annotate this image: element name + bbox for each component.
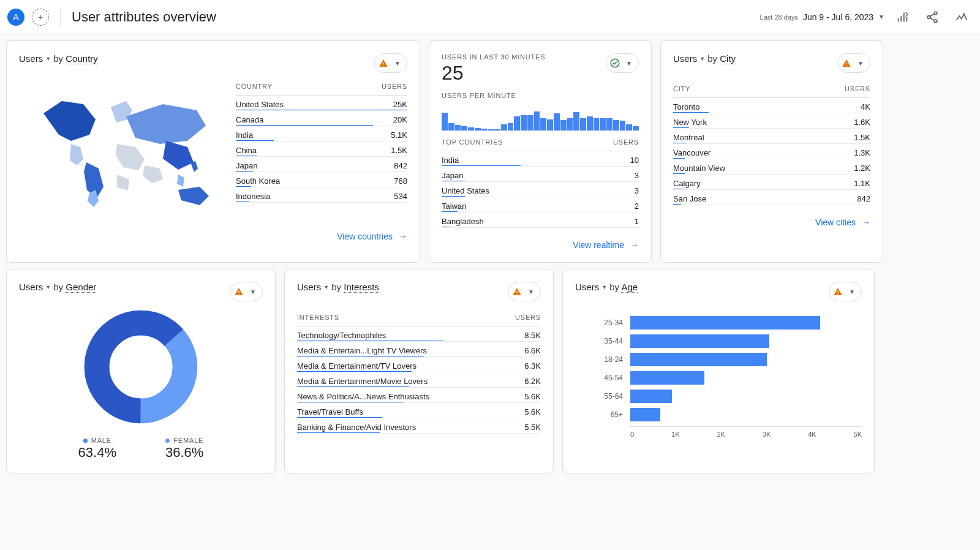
age-bar <box>630 371 704 385</box>
axis-tick: 2K <box>717 431 725 438</box>
warning-icon <box>832 285 844 298</box>
chevron-down-icon[interactable]: ▼ <box>246 288 260 295</box>
table-row: Vancouver1.3K <box>673 144 870 159</box>
chevron-down-icon: ▼ <box>45 56 51 62</box>
age-axis: 01K2K3K4K5K <box>630 426 862 438</box>
table-row: Canada20K <box>236 111 407 126</box>
realtime-label: USERS IN LAST 30 MINUTES <box>442 53 545 61</box>
metric-dropdown[interactable]: Users▼ <box>19 282 51 292</box>
header: A + User attributes overview Last 28 day… <box>0 0 980 34</box>
chevron-down-icon[interactable]: ▼ <box>524 288 538 295</box>
card-users-by-country: Users▼ by Country ▼ <box>6 40 420 263</box>
data-quality-chip[interactable]: ▼ <box>606 53 639 73</box>
legend-dot <box>165 439 170 443</box>
metric-dropdown[interactable]: Users▼ <box>19 53 51 64</box>
data-quality-chip[interactable]: ▼ <box>837 53 870 73</box>
dimension-label[interactable]: City <box>720 53 736 64</box>
table-row: New York1.6K <box>673 113 870 129</box>
col-header-value: USERS <box>382 83 407 90</box>
table-row: Taiwan2 <box>442 197 639 213</box>
avatar-letter[interactable]: A <box>7 9 24 26</box>
gender-male: MALE 63.4% <box>78 435 116 461</box>
row-label: San Jose <box>673 194 706 203</box>
view-countries-link[interactable]: View countries → <box>337 232 407 241</box>
axis-tick: 4K <box>808 431 816 438</box>
axis-tick: 0 <box>630 431 634 438</box>
row-value: 5.6K <box>524 407 541 416</box>
chevron-down-icon[interactable]: ▼ <box>391 60 404 67</box>
spark-bar <box>594 118 600 131</box>
users-per-minute-label: USERS PER MINUTE <box>442 92 639 99</box>
realtime-big-number: 25 <box>442 62 545 85</box>
legend-label: MALE <box>91 437 111 444</box>
metric-label: Users <box>575 282 599 292</box>
row-value: 25K <box>393 100 407 109</box>
by-text: by <box>609 282 619 292</box>
table-row: United States3 <box>442 182 639 197</box>
age-bar <box>630 353 767 366</box>
data-quality-chip[interactable]: ▼ <box>230 282 263 301</box>
spark-bar <box>481 129 488 130</box>
by-text: by <box>53 53 63 64</box>
view-cities-link[interactable]: View cities → <box>815 217 870 227</box>
chevron-down-icon[interactable]: ▼ <box>845 288 859 295</box>
row-value: 3 <box>635 186 639 195</box>
users-per-minute-sparkline <box>442 105 639 131</box>
dimension-label[interactable]: Gender <box>66 282 96 293</box>
table-row: Media & Entertainment/TV Lovers6.3K <box>297 357 541 372</box>
age-bar <box>630 334 769 348</box>
by-text: by <box>707 53 717 64</box>
spark-bar <box>488 129 494 130</box>
dimension-label[interactable]: Country <box>66 53 98 64</box>
add-button[interactable]: + <box>32 9 49 26</box>
date-range-picker[interactable]: Last 28 days Jun 9 - Jul 6, 2023 ▼ <box>760 12 884 22</box>
table-row: South Korea768 <box>236 172 407 187</box>
dimension-label[interactable]: Interests <box>344 282 379 293</box>
table-row: Mountain View1.2K <box>673 159 870 175</box>
row-label: Media & Entertainment/Movie Lovers <box>297 377 428 386</box>
col-header-value: USERS <box>613 138 639 146</box>
row-label: United States <box>442 186 489 195</box>
share-icon[interactable] <box>921 6 943 28</box>
row-label: India <box>442 156 459 165</box>
data-quality-chip[interactable]: ▼ <box>508 282 541 301</box>
table-row: Indonesia534 <box>236 187 407 203</box>
row-value: 2 <box>635 202 639 211</box>
age-bar <box>630 390 672 403</box>
table-row: Calgary1.1K <box>673 175 870 190</box>
warning-icon <box>233 285 245 298</box>
arrow-right-icon: → <box>399 232 407 241</box>
row-value: 20K <box>393 115 407 124</box>
row-label: Japan <box>236 161 257 170</box>
chevron-down-icon[interactable]: ▼ <box>854 60 867 67</box>
spark-bar <box>540 118 546 131</box>
insights-icon[interactable] <box>951 6 973 28</box>
warning-icon <box>377 57 390 69</box>
col-header-dimension: INTERESTS <box>297 314 339 321</box>
chevron-down-icon[interactable]: ▼ <box>622 60 636 67</box>
edit-comparisons-icon[interactable] <box>892 6 914 28</box>
row-bar <box>673 204 681 205</box>
data-quality-chip[interactable]: ▼ <box>374 53 407 73</box>
metric-dropdown[interactable]: Users▼ <box>297 282 329 292</box>
row-value: 1.2K <box>854 164 870 173</box>
legend-dot <box>83 439 88 443</box>
link-label: View cities <box>815 217 856 227</box>
metric-dropdown[interactable]: Users▼ <box>575 282 607 292</box>
axis-tick: 1K <box>671 431 679 438</box>
gender-female: FEMALE 36.6% <box>165 435 203 461</box>
row-value: 6.3K <box>524 361 541 371</box>
row-label: Canada <box>236 115 264 124</box>
metric-dropdown[interactable]: Users▼ <box>673 53 705 64</box>
metric-label: Users <box>19 53 43 64</box>
row-label: Technology/Technophiles <box>297 331 386 340</box>
age-bar <box>630 316 820 330</box>
row-value: 768 <box>394 176 407 186</box>
dimension-label[interactable]: Age <box>621 282 638 293</box>
metric-label: Users <box>19 282 43 292</box>
spark-bar <box>620 121 626 130</box>
data-quality-chip[interactable]: ▼ <box>829 282 862 301</box>
row-value: 5.6K <box>524 392 541 401</box>
view-realtime-link[interactable]: View realtime → <box>573 240 639 250</box>
spark-bar <box>527 115 533 130</box>
